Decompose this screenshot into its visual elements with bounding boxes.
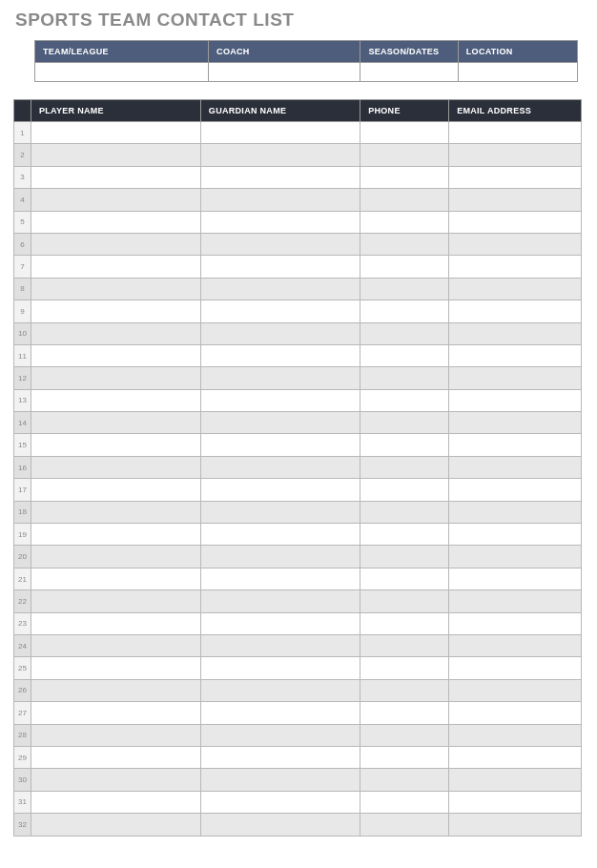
guardian-name-cell[interactable] [200, 657, 360, 679]
email-cell[interactable] [449, 233, 582, 255]
guardian-name-cell[interactable] [200, 634, 360, 656]
phone-cell[interactable] [360, 746, 449, 768]
player-name-cell[interactable] [31, 412, 200, 434]
player-name-cell[interactable] [31, 122, 200, 144]
guardian-name-cell[interactable] [200, 211, 360, 233]
email-cell[interactable] [449, 612, 582, 634]
phone-cell[interactable] [360, 166, 449, 188]
guardian-name-cell[interactable] [200, 546, 360, 568]
phone-cell[interactable] [360, 456, 449, 478]
player-name-cell[interactable] [31, 322, 200, 344]
player-name-cell[interactable] [31, 389, 200, 411]
player-name-cell[interactable] [31, 814, 200, 836]
email-cell[interactable] [449, 456, 582, 478]
phone-cell[interactable] [360, 144, 449, 166]
player-name-cell[interactable] [31, 501, 200, 523]
guardian-name-cell[interactable] [200, 724, 360, 746]
phone-cell[interactable] [360, 679, 449, 701]
email-cell[interactable] [449, 389, 582, 411]
guardian-name-cell[interactable] [200, 322, 360, 344]
player-name-cell[interactable] [31, 211, 200, 233]
player-name-cell[interactable] [31, 278, 200, 300]
phone-cell[interactable] [360, 657, 449, 679]
player-name-cell[interactable] [31, 524, 200, 546]
player-name-cell[interactable] [31, 702, 200, 724]
player-name-cell[interactable] [31, 791, 200, 813]
guardian-name-cell[interactable] [200, 612, 360, 634]
guardian-name-cell[interactable] [200, 300, 360, 322]
email-cell[interactable] [449, 479, 582, 501]
phone-cell[interactable] [360, 524, 449, 546]
guardian-name-cell[interactable] [200, 679, 360, 701]
guardian-name-cell[interactable] [200, 434, 360, 456]
guardian-name-cell[interactable] [200, 412, 360, 434]
email-cell[interactable] [449, 702, 582, 724]
player-name-cell[interactable] [31, 479, 200, 501]
guardian-name-cell[interactable] [200, 769, 360, 791]
player-name-cell[interactable] [31, 679, 200, 701]
phone-cell[interactable] [360, 233, 449, 255]
email-cell[interactable] [449, 166, 582, 188]
email-cell[interactable] [449, 412, 582, 434]
email-cell[interactable] [449, 256, 582, 278]
email-cell[interactable] [449, 434, 582, 456]
player-name-cell[interactable] [31, 256, 200, 278]
guardian-name-cell[interactable] [200, 256, 360, 278]
player-name-cell[interactable] [31, 657, 200, 679]
email-cell[interactable] [449, 634, 582, 656]
player-name-cell[interactable] [31, 300, 200, 322]
guardian-name-cell[interactable] [200, 479, 360, 501]
email-cell[interactable] [449, 322, 582, 344]
guardian-name-cell[interactable] [200, 389, 360, 411]
player-name-cell[interactable] [31, 344, 200, 366]
guardian-name-cell[interactable] [200, 189, 360, 211]
player-name-cell[interactable] [31, 144, 200, 166]
player-name-cell[interactable] [31, 456, 200, 478]
player-name-cell[interactable] [31, 568, 200, 589]
phone-cell[interactable] [360, 211, 449, 233]
phone-cell[interactable] [360, 791, 449, 813]
phone-cell[interactable] [360, 814, 449, 836]
phone-cell[interactable] [360, 501, 449, 523]
email-cell[interactable] [449, 122, 582, 144]
guardian-name-cell[interactable] [200, 166, 360, 188]
info-cell-coach[interactable] [209, 63, 360, 82]
email-cell[interactable] [449, 769, 582, 791]
phone-cell[interactable] [360, 300, 449, 322]
phone-cell[interactable] [360, 724, 449, 746]
guardian-name-cell[interactable] [200, 367, 360, 389]
phone-cell[interactable] [360, 122, 449, 144]
email-cell[interactable] [449, 679, 582, 701]
phone-cell[interactable] [360, 612, 449, 634]
phone-cell[interactable] [360, 278, 449, 300]
player-name-cell[interactable] [31, 434, 200, 456]
guardian-name-cell[interactable] [200, 702, 360, 724]
phone-cell[interactable] [360, 568, 449, 589]
email-cell[interactable] [449, 501, 582, 523]
guardian-name-cell[interactable] [200, 524, 360, 546]
phone-cell[interactable] [360, 479, 449, 501]
phone-cell[interactable] [360, 412, 449, 434]
email-cell[interactable] [449, 144, 582, 166]
email-cell[interactable] [449, 367, 582, 389]
phone-cell[interactable] [360, 344, 449, 366]
phone-cell[interactable] [360, 546, 449, 568]
info-cell-location[interactable] [458, 63, 577, 82]
email-cell[interactable] [449, 724, 582, 746]
player-name-cell[interactable] [31, 166, 200, 188]
email-cell[interactable] [449, 344, 582, 366]
guardian-name-cell[interactable] [200, 144, 360, 166]
phone-cell[interactable] [360, 702, 449, 724]
phone-cell[interactable] [360, 367, 449, 389]
player-name-cell[interactable] [31, 590, 200, 612]
player-name-cell[interactable] [31, 634, 200, 656]
player-name-cell[interactable] [31, 612, 200, 634]
phone-cell[interactable] [360, 434, 449, 456]
phone-cell[interactable] [360, 189, 449, 211]
phone-cell[interactable] [360, 322, 449, 344]
guardian-name-cell[interactable] [200, 814, 360, 836]
player-name-cell[interactable] [31, 746, 200, 768]
email-cell[interactable] [449, 546, 582, 568]
player-name-cell[interactable] [31, 724, 200, 746]
email-cell[interactable] [449, 791, 582, 813]
